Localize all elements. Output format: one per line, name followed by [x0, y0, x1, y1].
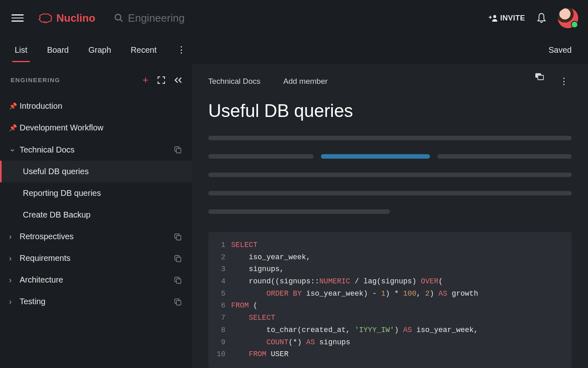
- document-header: Technical Docs Add member ⋮: [192, 73, 588, 90]
- sidebar-item-technical-docs[interactable]: Technical Docs: [0, 139, 192, 161]
- document-body[interactable]: [192, 136, 588, 214]
- page-title[interactable]: Useful DB queries: [192, 90, 588, 136]
- line-number: 6: [214, 300, 225, 312]
- svg-rect-6: [176, 148, 181, 153]
- code-line: 1SELECT: [214, 239, 564, 251]
- invite-icon: [489, 14, 498, 22]
- breadcrumb: Technical Docs Add member: [208, 77, 328, 86]
- main: ENGINEERING + 📌 Introduction 📌 Developme…: [0, 64, 588, 368]
- sidebar-item-label: Requirements: [20, 254, 71, 263]
- sidebar-item-useful-db-queries[interactable]: Useful DB queries: [0, 161, 192, 182]
- sidebar-item-architecture[interactable]: Architecture: [0, 269, 192, 291]
- code-content: COUNT(*) AS signups: [231, 337, 350, 349]
- skeleton-line: [208, 154, 314, 159]
- tab-graph[interactable]: Graph: [86, 38, 114, 62]
- line-number: 3: [214, 263, 225, 276]
- svg-rect-14: [176, 301, 181, 305]
- copy-icon[interactable]: [174, 276, 181, 284]
- skeleton-line: [208, 191, 572, 195]
- chevron-right-icon: [9, 254, 15, 263]
- sidebar-item-label: Introduction: [20, 101, 62, 111]
- sidebar-header: ENGINEERING +: [0, 68, 192, 91]
- sidebar-item-dev-workflow[interactable]: 📌 Development Workflow: [0, 117, 192, 139]
- code-line: 10 FROM USER: [214, 348, 564, 361]
- bell-icon[interactable]: [537, 13, 546, 23]
- sidebar-item-retrospectives[interactable]: Retrospectives: [0, 226, 192, 247]
- expand-icon[interactable]: [158, 76, 165, 84]
- copy-icon[interactable]: [174, 146, 181, 153]
- sidebar-item-create-db-backup[interactable]: Create DB Backup: [0, 204, 192, 226]
- search-input[interactable]: [128, 12, 291, 25]
- sidebar-item-testing[interactable]: Testing: [0, 291, 192, 312]
- comments-icon[interactable]: [535, 73, 544, 81]
- copy-icon[interactable]: [174, 298, 181, 305]
- line-number: 4: [214, 276, 225, 288]
- tab-label: Recent: [131, 45, 156, 54]
- tab-more-icon[interactable]: ⋮: [174, 41, 189, 58]
- code-line: 8 to_char(created_at, 'IYYY_IW') AS iso_…: [214, 324, 564, 337]
- collapse-icon[interactable]: [174, 77, 183, 83]
- code-content: to_char(created_at, 'IYYY_IW') AS iso_ye…: [231, 324, 478, 337]
- code-content: SELECT: [231, 239, 258, 251]
- code-content: FROM USER: [231, 348, 288, 361]
- code-line: 4 round((signups::NUMERIC / lag(signups)…: [214, 276, 564, 288]
- code-line: 9 COUNT(*) AS signups: [214, 337, 564, 349]
- sidebar-item-label: Useful DB queries: [23, 167, 89, 176]
- code-line: 3 signups,: [214, 263, 564, 276]
- skeleton-line: [208, 209, 390, 214]
- tab-board[interactable]: Board: [45, 38, 71, 62]
- code-content: signups,: [231, 263, 284, 276]
- line-number: 9: [214, 337, 225, 349]
- sidebar-item-requirements[interactable]: Requirements: [0, 247, 192, 269]
- code-content: round((signups::NUMERIC / lag(signups) O…: [231, 276, 443, 288]
- code-content: FROM (: [231, 300, 258, 312]
- svg-rect-8: [176, 236, 181, 240]
- brand-logo[interactable]: Nuclino: [37, 12, 95, 25]
- line-number: 1: [214, 239, 225, 251]
- svg-point-0: [115, 14, 121, 20]
- code-content: SELECT: [231, 312, 275, 324]
- search-icon[interactable]: [114, 13, 124, 23]
- sidebar-item-introduction[interactable]: 📌 Introduction: [0, 95, 192, 117]
- pin-icon: 📌: [9, 124, 15, 132]
- line-number: 5: [214, 288, 225, 300]
- skeleton-line: [208, 136, 572, 140]
- code-block[interactable]: 1SELECT2 iso_year_week,3 signups,4 round…: [208, 232, 572, 368]
- sidebar-item-label: Retrospectives: [20, 232, 74, 241]
- workspace-title[interactable]: ENGINEERING: [11, 76, 60, 83]
- skeleton-line: [437, 154, 572, 159]
- doc-more-icon[interactable]: ⋮: [556, 73, 572, 90]
- tab-recent[interactable]: Recent: [128, 38, 159, 62]
- sidebar-item-label: Create DB Backup: [23, 210, 91, 220]
- breadcrumb-add-member[interactable]: Add member: [283, 77, 328, 86]
- copy-icon[interactable]: [174, 233, 181, 240]
- sidebar-item-label: Testing: [20, 297, 45, 306]
- brand-name: Nuclino: [56, 12, 95, 25]
- chevron-right-icon: [9, 232, 15, 241]
- svg-point-4: [493, 15, 496, 18]
- code-content: iso_year_week,: [231, 251, 310, 264]
- invite-label: INVITE: [500, 14, 525, 22]
- breadcrumb-item[interactable]: Technical Docs: [208, 77, 261, 86]
- line-number: 10: [214, 348, 225, 361]
- svg-line-1: [120, 19, 122, 22]
- sidebar-item-label: Reporting DB queries: [23, 188, 101, 198]
- code-content: ORDER BY iso_year_week) - 1) * 100, 2) A…: [231, 288, 478, 300]
- invite-button[interactable]: INVITE: [489, 14, 525, 22]
- code-line: 2 iso_year_week,: [214, 251, 564, 264]
- avatar[interactable]: [558, 8, 578, 28]
- code-line: 6FROM (: [214, 300, 564, 312]
- code-line: 7 SELECT: [214, 312, 564, 324]
- svg-rect-12: [176, 279, 181, 283]
- tab-list[interactable]: List: [12, 38, 30, 62]
- sidebar-item-reporting-db-queries[interactable]: Reporting DB queries: [0, 182, 192, 204]
- copy-icon[interactable]: [174, 255, 181, 262]
- skeleton-line-highlight: [321, 154, 430, 159]
- skeleton-line: [208, 173, 572, 177]
- svg-rect-10: [176, 257, 181, 262]
- tab-label: Board: [47, 45, 69, 54]
- sidebar-actions: +: [143, 74, 183, 86]
- tab-label: List: [15, 45, 27, 54]
- add-icon[interactable]: +: [143, 74, 149, 86]
- menu-icon[interactable]: [11, 12, 24, 24]
